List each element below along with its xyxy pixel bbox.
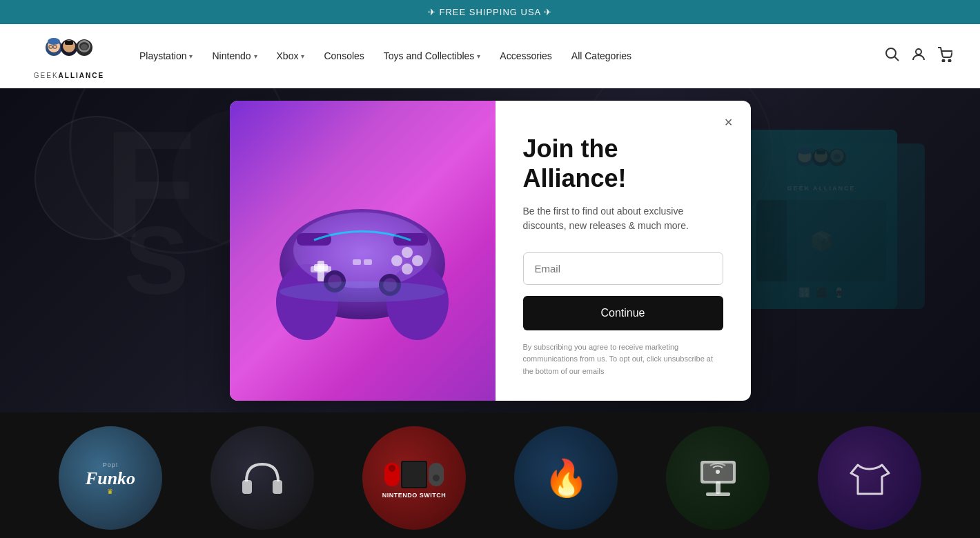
modal-subtitle: Be the first to find out about exclusive… (523, 204, 723, 233)
category-consoles[interactable] (666, 426, 770, 530)
announcement-bar: ✈ FREE SHIPPING USA ✈ (0, 0, 980, 24)
cart-icon[interactable] (937, 47, 952, 66)
svg-point-16 (949, 59, 951, 61)
category-funko[interactable]: Pop! Funko ♛ (59, 426, 162, 530)
hero-section: F S GEEK ALLIANCE (0, 88, 980, 412)
subscription-modal: × Join the Alliance! Be the first to fin… (230, 101, 751, 401)
nintendo-switch-icon (383, 457, 445, 492)
svg-rect-32 (311, 266, 331, 272)
nav-item-nintendo[interactable]: Nintendo ▾ (204, 45, 265, 67)
category-apparel[interactable] (818, 426, 921, 530)
headphones-icon (238, 454, 286, 502)
svg-point-2 (48, 38, 60, 45)
controller-illustration (259, 154, 466, 347)
modal-disclaimer: By subscribing you agree to receive mark… (523, 341, 723, 378)
nav-item-toys[interactable]: Toys and Collectibles ▾ (375, 45, 489, 67)
svg-rect-47 (273, 480, 282, 494)
console-icon (692, 452, 744, 504)
category-hot-deals[interactable]: 🔥 (514, 426, 618, 530)
logo-icon (43, 32, 95, 70)
svg-rect-41 (353, 259, 361, 265)
svg-point-58 (716, 470, 720, 474)
svg-point-12 (886, 48, 896, 58)
continue-button[interactable]: Continue (523, 296, 723, 330)
logo-text: GEEKALLIANCE (34, 72, 104, 79)
nav-item-accessories[interactable]: Accessories (491, 45, 560, 67)
svg-point-45 (280, 281, 445, 302)
chevron-down-icon: ▾ (189, 52, 193, 60)
modal-title: Join the Alliance! (523, 134, 723, 193)
modal-image (230, 101, 496, 401)
tshirt-icon (844, 452, 896, 504)
category-nintendo[interactable]: NINTENDO SWITCH (362, 426, 466, 530)
header: GEEKALLIANCE Playstation ▾ Nintendo ▾ Xb… (0, 24, 980, 88)
category-audio[interactable] (210, 426, 314, 530)
nav-item-all-categories[interactable]: All Categories (563, 45, 640, 67)
svg-line-13 (895, 57, 899, 61)
svg-rect-7 (65, 41, 73, 45)
svg-point-15 (943, 59, 945, 61)
main-nav: Playstation ▾ Nintendo ▾ Xbox ▾ Consoles… (131, 45, 864, 67)
email-field[interactable] (523, 252, 723, 285)
search-icon[interactable] (885, 47, 900, 66)
modal-content: × Join the Alliance! Be the first to fin… (496, 101, 751, 401)
logo[interactable]: GEEKALLIANCE (28, 32, 110, 79)
chevron-down-icon: ▾ (301, 52, 304, 60)
account-icon[interactable] (911, 47, 926, 66)
chevron-down-icon: ▾ (254, 52, 257, 60)
svg-rect-46 (242, 480, 252, 494)
svg-point-14 (916, 49, 921, 54)
svg-point-34 (402, 247, 413, 258)
svg-point-49 (389, 465, 395, 472)
modal-overlay: × Join the Alliance! Be the first to fin… (0, 88, 980, 412)
announcement-text: ✈ FREE SHIPPING USA ✈ (428, 7, 552, 17)
svg-rect-51 (402, 462, 426, 487)
chevron-down-icon: ▾ (477, 52, 480, 60)
svg-point-36 (412, 255, 423, 266)
nav-item-playstation[interactable]: Playstation ▾ (131, 45, 201, 67)
nav-item-consoles[interactable]: Consoles (315, 45, 372, 67)
svg-point-53 (433, 475, 440, 481)
svg-point-11 (81, 44, 88, 50)
svg-point-35 (402, 263, 413, 275)
svg-point-33 (391, 255, 402, 266)
modal-close-button[interactable]: × (718, 112, 740, 134)
categories-section: Pop! Funko ♛ (0, 412, 980, 538)
nav-item-xbox[interactable]: Xbox ▾ (268, 45, 313, 67)
svg-rect-42 (364, 259, 372, 265)
header-actions (885, 47, 952, 66)
